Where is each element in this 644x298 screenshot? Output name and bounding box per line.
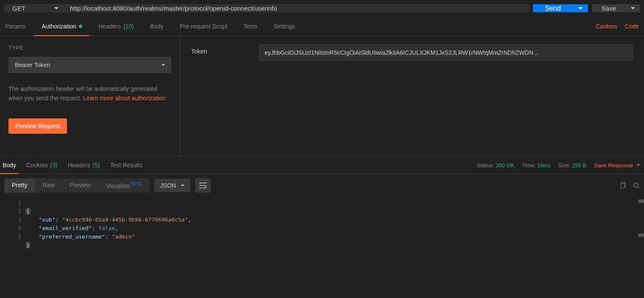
res-tab-headers-count: (5) — [93, 162, 100, 169]
beta-badge: BETA — [131, 182, 141, 186]
send-button-group: Send — [533, 4, 588, 12]
chevron-down-icon — [162, 64, 165, 66]
response-body-toolbar: Pretty Raw Preview VisualizeBETA JSON — [0, 174, 644, 197]
search-button[interactable] — [633, 182, 640, 189]
response-tabs: Body Cookies (3) Headers (5) Test Result… — [0, 156, 644, 174]
pill-pretty[interactable]: Pretty — [4, 178, 35, 193]
preview-request-button[interactable]: Preview Request — [8, 118, 67, 134]
size-label: Size: — [558, 162, 571, 169]
res-tab-cookies-label: Cookies — [26, 162, 48, 169]
tab-headers-label: Headers — [98, 23, 121, 30]
res-tab-test-results[interactable]: Test Results — [110, 157, 142, 174]
chevron-down-icon — [181, 185, 184, 186]
wrap-icon — [199, 183, 207, 188]
line-gutter: 1 2 3 4 5 — [0, 197, 25, 273]
wrap-lines-button[interactable] — [195, 178, 211, 193]
cookies-link[interactable]: Cookies — [596, 23, 617, 30]
res-tab-headers[interactable]: Headers (5) — [68, 157, 100, 174]
save-button-group: Save — [592, 4, 640, 12]
status-label: Status: — [477, 162, 494, 169]
svg-point-1 — [634, 183, 638, 187]
time-label: Time: — [522, 162, 535, 169]
token-input[interactable] — [259, 45, 633, 61]
pill-raw[interactable]: Raw — [35, 178, 62, 193]
tab-settings[interactable]: Settings — [273, 17, 295, 36]
tab-prerequest[interactable]: Pre-request Script — [180, 17, 228, 36]
method-url-group: GET — [4, 4, 529, 12]
code-link[interactable]: Code — [625, 23, 639, 30]
scrollbar-marker — [638, 200, 644, 203]
copy-button[interactable] — [619, 182, 626, 189]
http-method-value: GET — [12, 5, 25, 12]
tab-headers-count: (10) — [123, 23, 134, 30]
pill-preview[interactable]: Preview — [62, 178, 99, 193]
tab-authorization-label: Authorization — [42, 23, 76, 30]
code-content: { "sub": "4ccbc946-65a9-445b-9b98-677960… — [25, 197, 644, 273]
auth-type-label: TYPE — [8, 45, 171, 51]
res-tab-body[interactable]: Body — [3, 157, 16, 174]
status-dot-icon — [79, 25, 82, 28]
request-tabs: Params Authorization Headers (10) Body P… — [0, 17, 644, 36]
view-mode-pills: Pretty Raw Preview VisualizeBETA — [4, 178, 149, 193]
copy-icon — [619, 182, 626, 189]
tab-headers[interactable]: Headers (10) — [98, 17, 134, 36]
authorization-panel: TYPE Bearer Token The authorization head… — [0, 36, 644, 156]
svg-rect-0 — [621, 183, 624, 188]
tab-params[interactable]: Params — [5, 17, 25, 36]
send-button[interactable]: Send — [533, 4, 572, 12]
res-tab-cookies[interactable]: Cookies (3) — [26, 157, 58, 174]
token-label: Token — [191, 45, 242, 148]
save-dropdown-button[interactable] — [625, 4, 640, 12]
scrollbar-marker — [638, 233, 644, 237]
res-tab-headers-label: Headers — [68, 162, 90, 169]
status-value: 200 OK — [496, 162, 514, 169]
search-icon — [633, 182, 640, 189]
auth-type-select[interactable]: Bearer Token — [8, 57, 171, 73]
pill-visualize[interactable]: VisualizeBETA — [98, 178, 149, 193]
save-response-button[interactable]: Save Response — [594, 162, 640, 169]
tab-authorization[interactable]: Authorization — [42, 17, 82, 36]
format-value: JSON — [160, 182, 176, 189]
format-select[interactable]: JSON — [154, 179, 190, 192]
time-value: 16ms — [537, 162, 551, 169]
save-button[interactable]: Save — [592, 4, 625, 12]
chevron-down-icon — [636, 164, 640, 166]
learn-more-link[interactable]: Learn more about authorization — [83, 95, 166, 101]
response-body-code[interactable]: 1 2 3 4 5 { "sub": "4ccbc946-65a9-445b-9… — [0, 197, 644, 273]
tab-tests[interactable]: Tests — [244, 17, 258, 36]
send-dropdown-button[interactable] — [573, 4, 588, 12]
chevron-down-icon — [578, 7, 583, 9]
size-value: 255 B — [572, 162, 586, 169]
auth-description: The authorization header will be automat… — [8, 84, 171, 103]
res-tab-cookies-count: (3) — [50, 162, 58, 169]
tab-body[interactable]: Body — [150, 17, 164, 36]
url-input[interactable] — [64, 5, 528, 12]
auth-type-value: Bearer Token — [15, 62, 50, 68]
chevron-down-icon — [54, 7, 59, 9]
chevron-down-icon — [631, 7, 635, 9]
http-method-select[interactable]: GET — [5, 5, 64, 12]
